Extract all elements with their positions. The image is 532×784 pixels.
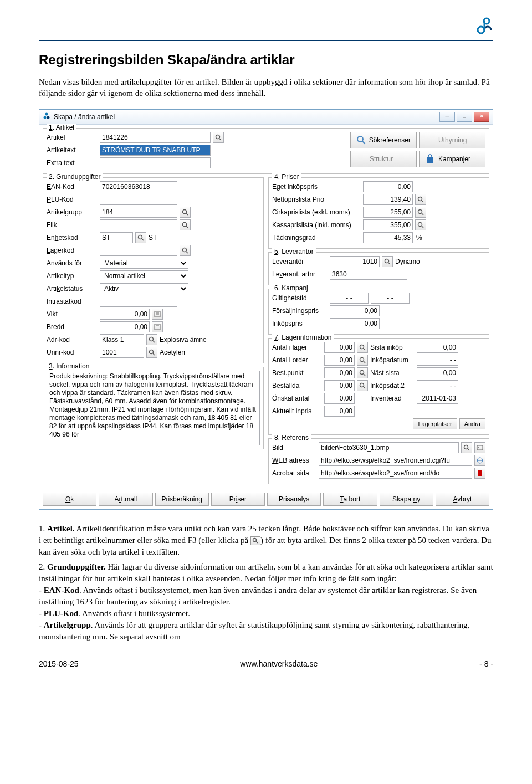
artikelstatus-label: Artikelstatus <box>47 285 98 293</box>
price-lookup-button[interactable] <box>415 207 426 218</box>
lager-value2-input[interactable] <box>417 380 458 391</box>
tabort-button[interactable]: Ta bort <box>323 493 377 506</box>
priser-button[interactable]: Priser <box>211 493 265 506</box>
search-icon <box>215 134 222 141</box>
svg-line-31 <box>422 213 423 215</box>
section-kampanj: 6. Kampanj Giltighetstid Försäljningspri… <box>268 289 489 335</box>
flik-input[interactable] <box>100 219 177 230</box>
skapany-button[interactable]: Skapa ny <box>380 493 433 506</box>
lager-value-input[interactable] <box>324 380 355 391</box>
search-icon <box>359 370 366 376</box>
artikel-lookup-button[interactable] <box>213 132 224 143</box>
artikeltext-input[interactable] <box>100 145 211 156</box>
lagerkod-lookup[interactable] <box>180 245 191 256</box>
sokreferenser-button[interactable]: Sökreferenser <box>350 132 417 148</box>
search-icon <box>149 336 155 343</box>
lager-lookup[interactable] <box>357 380 368 391</box>
svg-rect-22 <box>155 324 160 330</box>
lager-lookup[interactable] <box>357 342 368 353</box>
unnrkod-lookup[interactable] <box>146 347 157 358</box>
leverantor-input[interactable] <box>330 256 380 267</box>
web-open-button[interactable] <box>474 455 485 466</box>
svg-point-4 <box>44 116 47 119</box>
enhetskod-input[interactable] <box>100 232 133 243</box>
acrobat-input[interactable] <box>319 468 472 479</box>
artmall-button[interactable]: Art.mall <box>99 493 152 506</box>
lager-lookup[interactable] <box>357 355 368 366</box>
price-lookup-button[interactable] <box>415 219 426 230</box>
unnrkod-input[interactable] <box>100 347 144 358</box>
forsaljpris-input[interactable] <box>330 305 380 316</box>
bredd-input[interactable] <box>100 321 150 332</box>
giltighet-from-input[interactable] <box>330 293 369 304</box>
lager-value2-input[interactable] <box>417 367 458 378</box>
lager-value-input[interactable] <box>324 355 355 366</box>
vikt-calc-button[interactable] <box>152 309 163 320</box>
artikel-input[interactable] <box>100 132 211 143</box>
lager-value-input[interactable] <box>324 367 355 378</box>
vikt-input[interactable] <box>100 309 150 320</box>
adrkod-input[interactable] <box>100 334 144 345</box>
ok-button[interactable]: Ok <box>43 493 96 506</box>
artikelgrupp-lookup[interactable] <box>180 207 191 218</box>
price-input[interactable] <box>363 219 413 230</box>
anvandsfor-select[interactable]: Material <box>100 258 188 269</box>
minimize-button[interactable]: ─ <box>439 112 455 122</box>
lager-value2-input[interactable] <box>417 393 458 404</box>
avbryt-button[interactable]: Avbryt <box>436 493 489 506</box>
plu-input[interactable] <box>100 194 177 205</box>
price-input[interactable] <box>363 232 413 243</box>
price-input[interactable] <box>363 181 413 192</box>
lager-value-input[interactable] <box>324 393 355 404</box>
section-lev-legend: 5. Leverantör <box>272 248 316 255</box>
inkopspris-input[interactable] <box>330 318 380 329</box>
web-input[interactable] <box>319 455 472 466</box>
maximize-button[interactable]: □ <box>457 112 472 122</box>
kampanjer-button[interactable]: Kampanjer <box>419 151 485 167</box>
lager-value2-input[interactable] <box>417 342 458 353</box>
artikeltyp-select[interactable]: Normal artikel <box>100 270 188 281</box>
uthyrning-button[interactable]: Uthyrning <box>419 132 485 148</box>
extratext-input[interactable] <box>100 157 211 168</box>
enhet-lookup[interactable] <box>135 232 146 243</box>
percent-suffix: % <box>416 234 422 242</box>
lager-value-input[interactable] <box>324 342 355 353</box>
flik-lookup[interactable] <box>180 219 191 230</box>
web-label: WEB adress <box>272 457 316 464</box>
svg-point-42 <box>360 383 364 387</box>
lagerkod-input[interactable] <box>100 245 177 256</box>
acrobat-open-button[interactable] <box>474 468 485 479</box>
levartnr-label: Leverant. artnr <box>272 270 328 278</box>
levartnr-input[interactable] <box>330 269 407 280</box>
ean-input[interactable] <box>100 181 177 192</box>
artikelstatus-select[interactable]: Aktiv <box>100 283 188 294</box>
adrkod-lookup[interactable] <box>146 334 157 345</box>
globe-icon <box>477 457 483 464</box>
bild-open-button[interactable] <box>474 442 485 453</box>
prisanalys-button[interactable]: Prisanalys <box>267 493 321 506</box>
bredd-calc-button[interactable] <box>152 321 163 332</box>
artikelgrupp-input[interactable] <box>100 207 177 218</box>
price-row: Täckningsgrad% <box>272 232 485 243</box>
lagerplatser-button[interactable]: Lagerplatser <box>413 418 457 429</box>
lager-value2-input[interactable] <box>417 355 458 366</box>
lager-value-input[interactable] <box>324 406 355 417</box>
price-row: Kassaprislista (inkl. moms) <box>272 219 485 230</box>
andra-button[interactable]: Ändra <box>459 418 485 429</box>
prisberakning-button[interactable]: Prisberäkning <box>155 493 209 506</box>
lager-lookup[interactable] <box>357 367 368 378</box>
price-input[interactable] <box>363 207 413 218</box>
information-textarea[interactable]: Produktbeskrivning: Snabbtillkoppling. T… <box>47 371 260 445</box>
bild-input[interactable] <box>319 442 459 453</box>
intrastat-input[interactable] <box>100 296 177 307</box>
svg-point-1 <box>478 27 484 33</box>
price-input[interactable] <box>363 194 413 205</box>
intrastat-label: Intrastatkod <box>47 298 98 305</box>
bild-lookup[interactable] <box>461 442 472 453</box>
close-button[interactable]: ✕ <box>474 112 489 122</box>
list-item-2: 2. Grunduppgifter. Här lagrar du diverse… <box>39 561 493 643</box>
leverantor-lookup[interactable] <box>382 256 393 267</box>
giltighet-to-input[interactable] <box>371 293 410 304</box>
struktur-button[interactable]: Struktur <box>350 151 417 167</box>
price-lookup-button[interactable] <box>415 194 426 205</box>
